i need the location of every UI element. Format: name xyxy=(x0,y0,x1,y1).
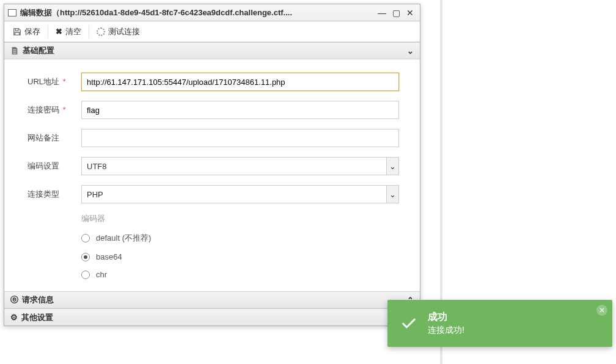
chevron-down-icon: ⌄ xyxy=(386,158,398,175)
note-label: 网站备注 xyxy=(28,133,81,144)
document-icon xyxy=(10,46,19,55)
save-icon xyxy=(13,27,21,36)
conntype-label: 连接类型 xyxy=(28,189,81,200)
chevron-down-icon: ⌄ xyxy=(386,186,398,203)
encoder-option-label: chr xyxy=(96,270,107,279)
encoder-option-default[interactable]: default (不推荐) xyxy=(81,233,405,244)
row-note: 网站备注 xyxy=(28,129,405,147)
required-mark: * xyxy=(63,105,66,114)
encoder-heading: 编码器 xyxy=(81,213,405,224)
row-encoding: 编码设置 UTF8 ⌄ xyxy=(28,157,405,175)
edit-data-window: 编辑数据（http://52610da1-8de9-45d1-8fc7-6c42… xyxy=(4,4,420,326)
section-other-title: 其他设置 xyxy=(21,312,53,323)
row-url: URL地址 * xyxy=(28,73,405,91)
row-password: 连接密码 * xyxy=(28,101,405,119)
row-conntype: 连接类型 PHP ⌄ xyxy=(28,185,405,203)
section-request-header[interactable]: ⓔ 请求信息 ⌃ xyxy=(4,291,420,308)
window-controls: — ▢ ✕ xyxy=(375,8,416,18)
clear-icon: ✖ xyxy=(56,27,62,36)
encoding-label: 编码设置 xyxy=(28,161,81,172)
encoder-option-label: default (不推荐) xyxy=(96,233,151,244)
maximize-button[interactable]: ▢ xyxy=(392,8,400,18)
clear-button[interactable]: ✖ 清空 xyxy=(50,24,87,40)
save-label: 保存 xyxy=(24,26,40,37)
test-label: 测试连接 xyxy=(108,26,140,37)
url-label: URL地址 * xyxy=(28,76,81,87)
encoder-option-label: base64 xyxy=(96,252,122,261)
chevron-down-icon: ⌄ xyxy=(407,46,414,56)
encoder-group: 编码器 default (不推荐) base64 chr xyxy=(81,213,405,279)
section-basic-title: 基础配置 xyxy=(23,45,54,56)
section-other-header[interactable]: ⚙ 其他设置 ⌃ xyxy=(4,308,420,326)
toolbar: 保存 ✖ 清空 测试连接 xyxy=(4,21,420,42)
password-input[interactable] xyxy=(81,101,399,119)
required-mark: * xyxy=(63,77,66,86)
toast-title: 成功 xyxy=(428,311,464,324)
check-icon xyxy=(398,313,419,334)
section-request-title: 请求信息 xyxy=(22,294,54,305)
password-label: 连接密码 * xyxy=(28,104,81,115)
window-title: 编辑数据（http://52610da1-8de9-45d1-8fc7-6c42… xyxy=(20,7,375,18)
toolbar-sep xyxy=(48,25,48,38)
gear-icon: ⚙ xyxy=(10,313,18,322)
conntype-select[interactable]: PHP ⌄ xyxy=(81,185,399,203)
radio-icon xyxy=(81,253,90,261)
minimize-button[interactable]: — xyxy=(378,8,386,18)
url-input[interactable] xyxy=(81,73,399,91)
clear-label: 清空 xyxy=(65,26,81,37)
encoder-option-base64[interactable]: base64 xyxy=(81,252,405,261)
basic-panel: URL地址 * 连接密码 * 网站备注 xyxy=(4,59,420,291)
spinner-icon xyxy=(97,27,105,36)
encoder-option-chr[interactable]: chr xyxy=(81,270,405,279)
basic-panel-scroll[interactable]: URL地址 * 连接密码 * 网站备注 xyxy=(4,59,420,291)
toolbar-sep xyxy=(89,25,89,38)
encoding-value: UTF8 xyxy=(87,162,386,171)
test-connection-button[interactable]: 测试连接 xyxy=(90,24,146,40)
encoding-select[interactable]: UTF8 ⌄ xyxy=(81,157,399,175)
radio-icon xyxy=(81,234,90,242)
conntype-value: PHP xyxy=(87,190,386,199)
window-icon xyxy=(8,9,16,16)
titlebar[interactable]: 编辑数据（http://52610da1-8de9-45d1-8fc7-6c42… xyxy=(4,4,420,21)
note-input[interactable] xyxy=(81,129,399,147)
success-toast: 成功 连接成功! ✕ xyxy=(387,300,612,347)
close-button[interactable]: ✕ xyxy=(406,8,414,18)
radio-icon xyxy=(81,271,90,279)
globe-icon: ⓔ xyxy=(10,294,18,305)
section-basic-header[interactable]: 基础配置 ⌄ xyxy=(4,42,420,59)
save-button[interactable]: 保存 xyxy=(7,24,46,40)
toast-close-button[interactable]: ✕ xyxy=(596,305,607,316)
toast-body: 连接成功! xyxy=(428,325,464,336)
